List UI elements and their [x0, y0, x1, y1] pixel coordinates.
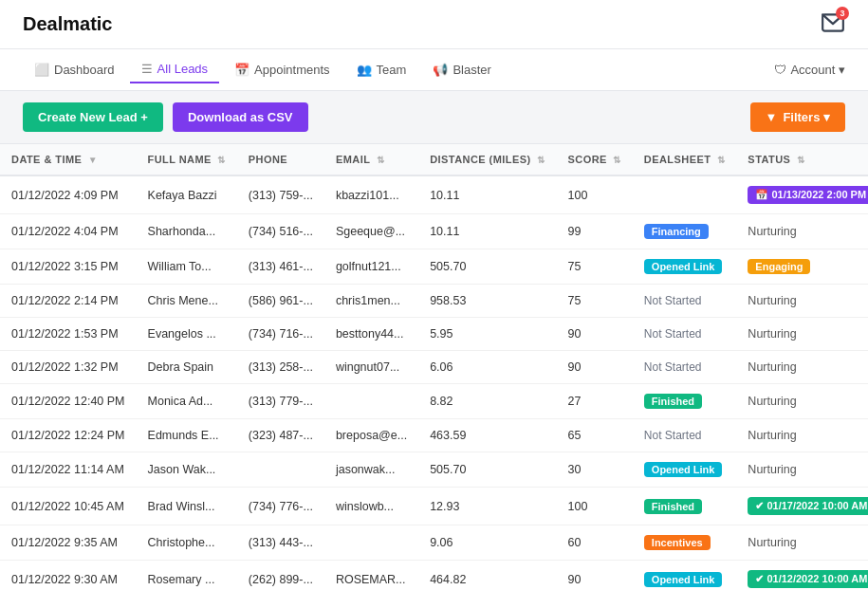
table-row[interactable]: 01/12/2022 4:04 PM Sharhonda... (734) 51…: [0, 214, 868, 249]
status-badge: ✔ 01/17/2022 10:00 AM: [748, 497, 868, 515]
nav-item-appointments[interactable]: 📅 Appointments: [223, 57, 342, 83]
col-header-status[interactable]: STATUS ⇅: [736, 144, 868, 175]
account-menu[interactable]: 🛡 Account ▾: [774, 63, 845, 77]
team-icon: 👥: [357, 63, 372, 77]
leads-table-wrapper: DATE & TIME ▼ FULL NAME ⇅ PHONE EMAIL ⇅ …: [0, 144, 868, 590]
table-row[interactable]: 01/12/2022 2:14 PM Chris Mene... (586) 9…: [0, 285, 868, 318]
nav-item-all-leads[interactable]: ☰ All Leads: [130, 56, 219, 83]
table-row[interactable]: 01/12/2022 10:45 AM Brad Winsl... (734) …: [0, 488, 868, 525]
nav-label-team: Team: [377, 63, 407, 77]
cell-status: Nurturing: [736, 384, 868, 419]
cell-phone: (734) 776-...: [237, 488, 324, 525]
sort-icon-status: ⇅: [797, 155, 804, 165]
col-header-email[interactable]: EMAIL ⇅: [324, 144, 418, 175]
header-right: 3: [821, 10, 845, 38]
table-row[interactable]: 01/12/2022 9:30 AM Rosemary ... (262) 89…: [0, 561, 868, 591]
main-nav: ⬜ Dashboard ☰ All Leads 📅 Appointments 👥…: [0, 49, 868, 91]
dealsheet-badge: Finished: [644, 499, 702, 514]
cell-phone: (586) 961-...: [237, 285, 324, 318]
leads-icon: ☰: [141, 62, 153, 76]
sort-icon-email: ⇅: [377, 155, 384, 165]
cell-dealsheet: Finished: [633, 488, 737, 525]
cell-status: ✔ 01/12/2022 10:00 AM: [736, 561, 868, 591]
cell-phone: (313) 258-...: [237, 351, 324, 384]
sort-icon-dealsheet: ⇅: [717, 155, 725, 165]
cell-score: 27: [557, 384, 633, 419]
create-lead-button[interactable]: Create New Lead +: [23, 102, 163, 132]
status-text: Nurturing: [748, 327, 796, 341]
cell-distance: 10.11: [418, 175, 556, 214]
status-text: Nurturing: [748, 429, 796, 442]
cell-status: Nurturing: [736, 419, 868, 452]
table-row[interactable]: 01/12/2022 3:15 PM William To... (313) 4…: [0, 249, 868, 285]
cell-dealsheet: Opened Link: [633, 561, 737, 591]
nav-label-blaster: Blaster: [452, 63, 490, 77]
col-header-score[interactable]: SCORE ⇅: [557, 144, 633, 175]
cell-score: 65: [557, 419, 633, 452]
nav-label-dashboard: Dashboard: [54, 63, 115, 77]
cell-phone: (734) 516-...: [237, 214, 324, 249]
cell-distance: 958.53: [418, 285, 556, 318]
status-text: Nurturing: [748, 463, 796, 476]
cell-score: 75: [557, 285, 633, 318]
dealsheet-badge: Opened Link: [644, 462, 723, 477]
cell-fullname: Chris Mene...: [137, 285, 237, 318]
cell-score: 90: [557, 318, 633, 351]
cell-status: Nurturing: [736, 452, 868, 488]
col-header-fullname[interactable]: FULL NAME ⇅: [137, 144, 237, 175]
filters-button[interactable]: ▼ Filters ▾: [750, 102, 846, 132]
cell-fullname: Rosemary ...: [137, 561, 237, 591]
status-text: Nurturing: [748, 395, 796, 408]
cell-status: Nurturing: [736, 285, 868, 318]
filter-icon: ▼: [766, 110, 778, 124]
sort-icon-fullname: ⇅: [217, 155, 225, 165]
status-badge: 📅 01/13/2022 2:00 PM: [748, 186, 868, 204]
cell-email: wingnut07...: [324, 351, 418, 384]
cell-datetime: 01/12/2022 12:40 PM: [0, 384, 137, 419]
cell-email: winslowb...: [324, 488, 418, 525]
table-row[interactable]: 01/12/2022 1:32 PM Debra Spain (313) 258…: [0, 351, 868, 384]
col-header-datetime[interactable]: DATE & TIME ▼: [0, 144, 137, 175]
cell-score: 30: [557, 452, 633, 488]
cell-status: Nurturing: [736, 525, 868, 561]
nav-item-team[interactable]: 👥 Team: [345, 57, 418, 83]
download-csv-button[interactable]: Download as CSV: [173, 102, 308, 132]
cell-dealsheet: Finished: [633, 384, 737, 419]
cell-email: breposa@e...: [324, 419, 418, 452]
dealsheet-badge: Opened Link: [644, 572, 723, 587]
cell-phone: [237, 452, 324, 488]
dashboard-icon: ⬜: [34, 63, 49, 77]
status-text: Nurturing: [748, 536, 796, 549]
cell-distance: 8.82: [418, 384, 556, 419]
cell-datetime: 01/12/2022 10:45 AM: [0, 488, 137, 525]
cell-email: [324, 384, 418, 419]
nav-item-blaster[interactable]: 📢 Blaster: [421, 57, 502, 83]
table-row[interactable]: 01/12/2022 11:14 AM Jason Wak... jasonwa…: [0, 452, 868, 488]
status-badge: ✔ 01/12/2022 10:00 AM: [748, 570, 868, 588]
cell-datetime: 01/12/2022 4:09 PM: [0, 175, 137, 214]
cell-status: ✔ 01/17/2022 10:00 AM: [736, 488, 868, 525]
cell-dealsheet: Opened Link: [633, 452, 737, 488]
cell-fullname: Christophe...: [137, 525, 237, 561]
table-row[interactable]: 01/12/2022 9:35 AM Christophe... (313) 4…: [0, 525, 868, 561]
cell-status: Engaging: [736, 249, 868, 285]
cell-email: golfnut121...: [324, 249, 418, 285]
table-row[interactable]: 01/12/2022 12:40 PM Monica Ad... (313) 7…: [0, 384, 868, 419]
dealsheet-badge: Opened Link: [644, 259, 723, 274]
table-header-row: DATE & TIME ▼ FULL NAME ⇅ PHONE EMAIL ⇅ …: [0, 144, 868, 175]
blaster-icon: 📢: [433, 63, 448, 77]
table-row[interactable]: 01/12/2022 12:24 PM Edmunds E... (323) 4…: [0, 419, 868, 452]
nav-label-all-leads: All Leads: [157, 62, 208, 76]
shield-icon: 🛡: [774, 63, 786, 77]
table-row[interactable]: 01/12/2022 4:09 PM Kefaya Bazzi (313) 75…: [0, 175, 868, 214]
col-header-dealsheet[interactable]: DEALSHEET ⇅: [633, 144, 737, 175]
appointments-icon: 📅: [234, 63, 249, 77]
nav-item-dashboard[interactable]: ⬜ Dashboard: [23, 57, 126, 83]
mail-button[interactable]: 3: [821, 10, 845, 38]
cell-distance: 505.70: [418, 452, 556, 488]
cell-email: kbazzi101...: [324, 175, 418, 214]
table-row[interactable]: 01/12/2022 1:53 PM Evangelos ... (734) 7…: [0, 318, 868, 351]
sort-icon-distance: ⇅: [537, 155, 545, 165]
cell-datetime: 01/12/2022 11:14 AM: [0, 452, 137, 488]
col-header-distance[interactable]: DISTANCE (MILES) ⇅: [418, 144, 556, 175]
